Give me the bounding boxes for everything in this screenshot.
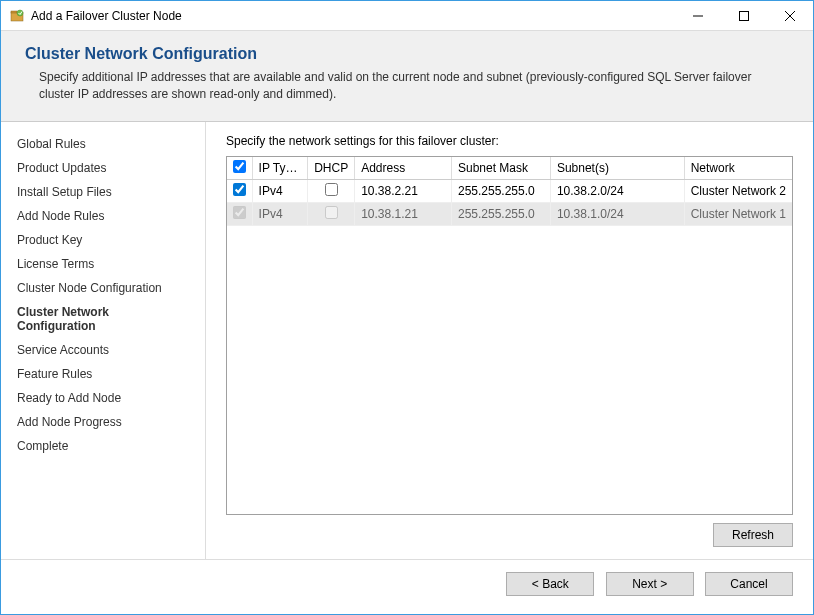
maximize-button[interactable] [721, 1, 767, 31]
refresh-button[interactable]: Refresh [713, 523, 793, 547]
network-table: IP Ty… DHCP Address Subnet Mask Subnet(s… [227, 157, 792, 226]
cell-subnetmask: 255.255.255.0 [451, 202, 550, 225]
cell-iptype: IPv4 [252, 202, 308, 225]
wizard-step[interactable]: Cluster Node Configuration [1, 276, 205, 300]
col-header-check[interactable] [227, 157, 252, 180]
app-icon [9, 8, 25, 24]
dhcp-checkbox [325, 206, 338, 219]
cell-subnets: 10.38.2.0/24 [550, 179, 684, 202]
wizard-step[interactable]: Complete [1, 434, 205, 458]
col-header-address[interactable]: Address [355, 157, 452, 180]
next-button[interactable]: Next > [606, 572, 694, 596]
window-title: Add a Failover Cluster Node [31, 9, 675, 23]
cell-network: Cluster Network 2 [684, 179, 792, 202]
close-button[interactable] [767, 1, 813, 31]
titlebar: Add a Failover Cluster Node [1, 1, 813, 31]
wizard-step[interactable]: Global Rules [1, 132, 205, 156]
wizard-step[interactable]: Add Node Progress [1, 410, 205, 434]
col-header-dhcp[interactable]: DHCP [308, 157, 355, 180]
col-header-iptype[interactable]: IP Ty… [252, 157, 308, 180]
wizard-step[interactable]: Install Setup Files [1, 180, 205, 204]
cell-address: 10.38.1.21 [355, 202, 452, 225]
cancel-button[interactable]: Cancel [705, 572, 793, 596]
wizard-step[interactable]: License Terms [1, 252, 205, 276]
svg-rect-1 [11, 11, 17, 13]
cell-subnetmask: 255.255.255.0 [451, 179, 550, 202]
cell-network: Cluster Network 1 [684, 202, 792, 225]
select-all-checkbox[interactable] [233, 160, 246, 173]
cell-iptype: IPv4 [252, 179, 308, 202]
back-button[interactable]: < Back [506, 572, 594, 596]
content-pane: Specify the network settings for this fa… [206, 122, 813, 559]
col-header-subnetmask[interactable]: Subnet Mask [451, 157, 550, 180]
wizard-step[interactable]: Ready to Add Node [1, 386, 205, 410]
minimize-button[interactable] [675, 1, 721, 31]
wizard-header: Cluster Network Configuration Specify ad… [1, 31, 813, 122]
row-select-checkbox[interactable] [233, 183, 246, 196]
cell-address: 10.38.2.21 [355, 179, 452, 202]
instruction-text: Specify the network settings for this fa… [226, 134, 793, 148]
page-title: Cluster Network Configuration [25, 45, 789, 63]
svg-rect-4 [740, 11, 749, 20]
row-select-checkbox [233, 206, 246, 219]
col-header-network[interactable]: Network [684, 157, 792, 180]
wizard-step[interactable]: Add Node Rules [1, 204, 205, 228]
wizard-step[interactable]: Service Accounts [1, 338, 205, 362]
main-area: Global RulesProduct UpdatesInstall Setup… [1, 122, 813, 559]
page-subtitle: Specify additional IP addresses that are… [25, 69, 789, 103]
wizard-step[interactable]: Cluster Network Configuration [1, 300, 205, 338]
table-row[interactable]: IPv410.38.2.21255.255.255.010.38.2.0/24C… [227, 179, 792, 202]
wizard-steps-sidebar: Global RulesProduct UpdatesInstall Setup… [1, 122, 206, 559]
cell-subnets: 10.38.1.0/24 [550, 202, 684, 225]
wizard-step[interactable]: Feature Rules [1, 362, 205, 386]
wizard-step[interactable]: Product Key [1, 228, 205, 252]
refresh-row: Refresh [226, 515, 793, 547]
network-table-container: IP Ty… DHCP Address Subnet Mask Subnet(s… [226, 156, 793, 515]
col-header-subnets[interactable]: Subnet(s) [550, 157, 684, 180]
dhcp-checkbox[interactable] [325, 183, 338, 196]
table-row: IPv410.38.1.21255.255.255.010.38.1.0/24C… [227, 202, 792, 225]
window-controls [675, 1, 813, 31]
wizard-footer: < Back Next > Cancel [1, 559, 813, 608]
wizard-step[interactable]: Product Updates [1, 156, 205, 180]
